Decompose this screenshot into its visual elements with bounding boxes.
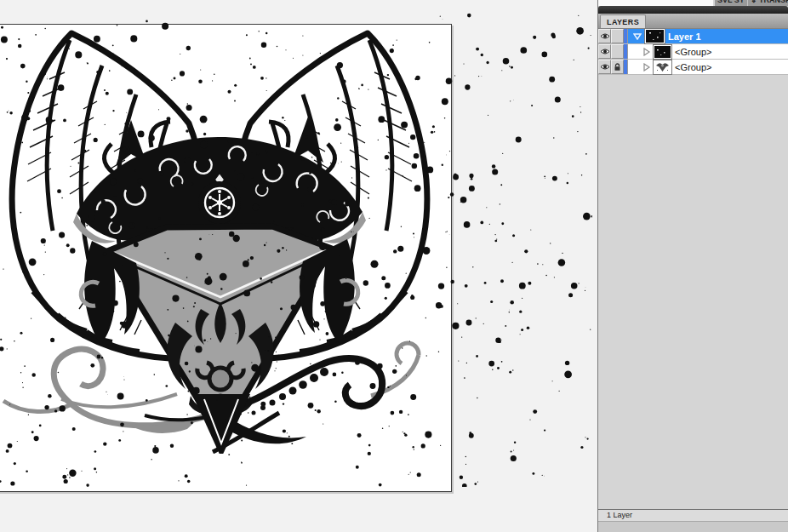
eye-icon bbox=[600, 63, 610, 71]
layer-count-status: 1 Layer bbox=[598, 509, 788, 521]
layer-row-group2[interactable]: <Group> bbox=[598, 60, 788, 75]
layer-label: Layer 1 bbox=[668, 31, 701, 42]
panel-header-bar[interactable] bbox=[598, 6, 788, 14]
visibility-toggle[interactable] bbox=[598, 29, 611, 43]
chevron-right-icon[interactable] bbox=[643, 48, 650, 56]
layer-list: Layer 1 <Group> bbox=[598, 29, 788, 75]
layer-row-group1[interactable]: <Group> bbox=[598, 44, 788, 60]
tab-clipped-transform[interactable]: ⇕ TRANSFO bbox=[747, 0, 788, 6]
panel-tab-row: LAYERS bbox=[598, 14, 788, 29]
eye-icon bbox=[600, 32, 610, 40]
collapse-icon: ⇕ bbox=[751, 0, 757, 4]
layer-row-layer1[interactable]: Layer 1 bbox=[598, 29, 788, 44]
artwork-emblem bbox=[0, 28, 441, 454]
clipped-panel-tabs[interactable]: SVL SY⇕ TRANSFO bbox=[713, 0, 788, 6]
layer-thumbnail bbox=[654, 45, 671, 59]
visibility-toggle[interactable] bbox=[598, 44, 611, 59]
layer-thumbnail bbox=[654, 60, 671, 74]
layers-panel: SVL SY⇕ TRANSFO LAYERS bbox=[597, 0, 788, 532]
chevron-down-icon[interactable] bbox=[633, 33, 642, 40]
panel-empty-area bbox=[598, 75, 788, 509]
application-window: SVL SY⇕ TRANSFO LAYERS bbox=[0, 0, 788, 532]
lock-toggle[interactable] bbox=[611, 60, 624, 74]
lock-icon bbox=[614, 63, 621, 72]
layer-thumbnail bbox=[645, 29, 665, 43]
layer-label: <Group> bbox=[675, 62, 711, 72]
layers-panel-tab[interactable]: LAYERS bbox=[600, 14, 646, 28]
lock-toggle[interactable] bbox=[611, 44, 624, 59]
tab-clipped-1[interactable]: SVL SY bbox=[715, 0, 747, 6]
canvas-area[interactable] bbox=[0, 0, 597, 532]
eye-icon bbox=[600, 48, 610, 55]
lock-toggle[interactable] bbox=[611, 29, 624, 43]
panel-bottom-strip bbox=[598, 521, 788, 532]
visibility-toggle[interactable] bbox=[598, 60, 611, 74]
chevron-right-icon[interactable] bbox=[643, 63, 650, 72]
layer-label: <Group> bbox=[675, 47, 711, 57]
panel-top-gap: SVL SY⇕ TRANSFO bbox=[598, 0, 788, 6]
